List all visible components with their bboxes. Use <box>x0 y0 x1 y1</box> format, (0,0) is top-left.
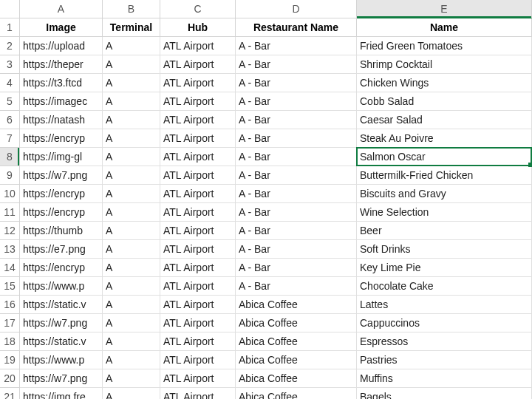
row-header-19[interactable]: 19 <box>0 351 20 369</box>
header-cell-A[interactable]: Image <box>20 18 103 37</box>
cell-B2[interactable]: A <box>103 37 160 55</box>
cell-B15[interactable]: A <box>103 277 160 296</box>
cell-E5[interactable]: Cobb Salad <box>357 92 532 111</box>
cell-C17[interactable]: ATL Airport <box>160 314 236 332</box>
cell-C16[interactable]: ATL Airport <box>160 296 236 314</box>
cell-B10[interactable]: A <box>103 185 160 203</box>
cell-B11[interactable]: A <box>103 203 160 222</box>
row-header-8[interactable]: 8 <box>0 148 20 166</box>
cell-B7[interactable]: A <box>103 129 160 148</box>
cell-A11[interactable]: https://encryp <box>20 203 103 222</box>
cell-E14[interactable]: Key Lime Pie <box>357 259 532 277</box>
cell-E16[interactable]: Lattes <box>357 296 532 314</box>
cell-D14[interactable]: A - Bar <box>236 259 357 277</box>
cell-A9[interactable]: https://w7.png <box>20 166 103 185</box>
cell-C8[interactable]: ATL Airport <box>160 148 236 166</box>
cell-D12[interactable]: A - Bar <box>236 222 357 240</box>
cell-B19[interactable]: A <box>103 351 160 369</box>
cell-D20[interactable]: Abica Coffee <box>236 369 357 388</box>
cell-D15[interactable]: A - Bar <box>236 277 357 296</box>
cell-D16[interactable]: Abica Coffee <box>236 296 357 314</box>
row-header-13[interactable]: 13 <box>0 240 20 259</box>
row-header-15[interactable]: 15 <box>0 277 20 296</box>
cell-C10[interactable]: ATL Airport <box>160 185 236 203</box>
cell-A10[interactable]: https://encryp <box>20 185 103 203</box>
cell-E18[interactable]: Espressos <box>357 332 532 351</box>
cell-D4[interactable]: A - Bar <box>236 74 357 92</box>
cell-C5[interactable]: ATL Airport <box>160 92 236 111</box>
cell-E20[interactable]: Muffins <box>357 369 532 388</box>
cell-D9[interactable]: A - Bar <box>236 166 357 185</box>
row-header-4[interactable]: 4 <box>0 74 20 92</box>
row-header-12[interactable]: 12 <box>0 222 20 240</box>
cell-E15[interactable]: Chocolate Cake <box>357 277 532 296</box>
header-cell-E[interactable]: Name <box>357 18 532 37</box>
row-header-2[interactable]: 2 <box>0 37 20 55</box>
cell-E19[interactable]: Pastries <box>357 351 532 369</box>
cell-A13[interactable]: https://e7.png <box>20 240 103 259</box>
cell-D19[interactable]: Abica Coffee <box>236 351 357 369</box>
cell-B21[interactable]: A <box>103 388 160 399</box>
cell-C13[interactable]: ATL Airport <box>160 240 236 259</box>
cell-A2[interactable]: https://upload <box>20 37 103 55</box>
select-all-corner[interactable] <box>0 0 20 18</box>
cell-B12[interactable]: A <box>103 222 160 240</box>
cell-D8[interactable]: A - Bar <box>236 148 357 166</box>
cell-C14[interactable]: ATL Airport <box>160 259 236 277</box>
cell-A15[interactable]: https://www.p <box>20 277 103 296</box>
row-header-20[interactable]: 20 <box>0 369 20 388</box>
cell-A16[interactable]: https://static.v <box>20 296 103 314</box>
cell-D7[interactable]: A - Bar <box>236 129 357 148</box>
cell-D10[interactable]: A - Bar <box>236 185 357 203</box>
cell-C15[interactable]: ATL Airport <box>160 277 236 296</box>
cell-C2[interactable]: ATL Airport <box>160 37 236 55</box>
cell-A14[interactable]: https://encryp <box>20 259 103 277</box>
row-header-18[interactable]: 18 <box>0 332 20 351</box>
cell-E13[interactable]: Soft Drinks <box>357 240 532 259</box>
cell-E12[interactable]: Beer <box>357 222 532 240</box>
cell-E2[interactable]: Fried Green Tomatoes <box>357 37 532 55</box>
cell-B3[interactable]: A <box>103 55 160 74</box>
cell-D5[interactable]: A - Bar <box>236 92 357 111</box>
header-cell-D[interactable]: Restaurant Name <box>236 18 357 37</box>
col-header-D[interactable]: D <box>236 0 357 18</box>
cell-A8[interactable]: https://img-gl <box>20 148 103 166</box>
cell-A21[interactable]: https://img.fre <box>20 388 103 399</box>
cell-B4[interactable]: A <box>103 74 160 92</box>
cell-C4[interactable]: ATL Airport <box>160 74 236 92</box>
cell-E8[interactable]: Salmon Oscar <box>357 148 532 166</box>
cell-A12[interactable]: https://thumb <box>20 222 103 240</box>
cell-C12[interactable]: ATL Airport <box>160 222 236 240</box>
cell-B13[interactable]: A <box>103 240 160 259</box>
header-cell-C[interactable]: Hub <box>160 18 236 37</box>
cell-D11[interactable]: A - Bar <box>236 203 357 222</box>
row-header-16[interactable]: 16 <box>0 296 20 314</box>
cell-A19[interactable]: https://www.p <box>20 351 103 369</box>
grid[interactable]: ABCDE1ImageTerminalHubRestaurant NameNam… <box>0 0 532 399</box>
cell-A6[interactable]: https://natash <box>20 111 103 129</box>
cell-B18[interactable]: A <box>103 332 160 351</box>
cell-E17[interactable]: Cappuccinos <box>357 314 532 332</box>
cell-A17[interactable]: https://w7.png <box>20 314 103 332</box>
cell-E7[interactable]: Steak Au Poivre <box>357 129 532 148</box>
col-header-B[interactable]: B <box>103 0 160 18</box>
cell-B14[interactable]: A <box>103 259 160 277</box>
cell-B20[interactable]: A <box>103 369 160 388</box>
header-cell-B[interactable]: Terminal <box>103 18 160 37</box>
cell-B5[interactable]: A <box>103 92 160 111</box>
cell-D17[interactable]: Abica Coffee <box>236 314 357 332</box>
cell-B6[interactable]: A <box>103 111 160 129</box>
row-header-7[interactable]: 7 <box>0 129 20 148</box>
cell-D13[interactable]: A - Bar <box>236 240 357 259</box>
cell-C21[interactable]: ATL Airport <box>160 388 236 399</box>
row-header-9[interactable]: 9 <box>0 166 20 185</box>
cell-C18[interactable]: ATL Airport <box>160 332 236 351</box>
cell-B17[interactable]: A <box>103 314 160 332</box>
cell-A18[interactable]: https://static.v <box>20 332 103 351</box>
cell-D6[interactable]: A - Bar <box>236 111 357 129</box>
col-header-C[interactable]: C <box>160 0 236 18</box>
col-header-A[interactable]: A <box>20 0 103 18</box>
cell-A20[interactable]: https://w7.png <box>20 369 103 388</box>
cell-C7[interactable]: ATL Airport <box>160 129 236 148</box>
row-header-6[interactable]: 6 <box>0 111 20 129</box>
